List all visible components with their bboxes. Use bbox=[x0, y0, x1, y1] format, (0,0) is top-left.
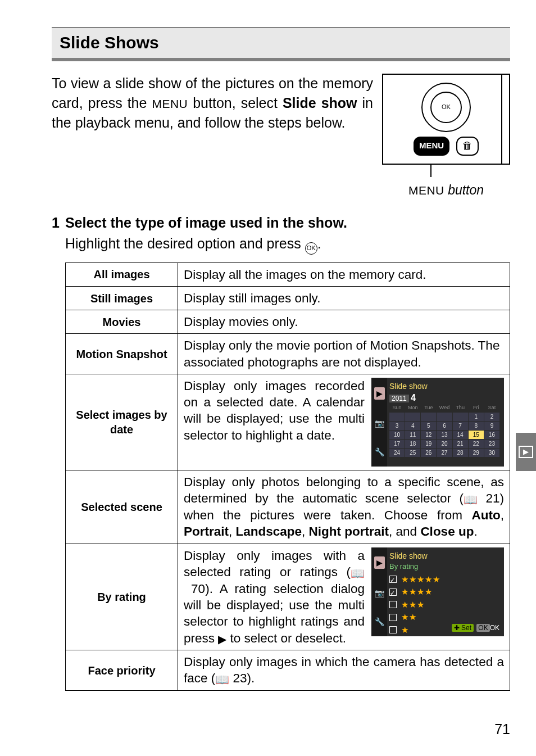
lcd-title: Slide show bbox=[389, 551, 499, 561]
by-date-text: Display only images recorded on a select… bbox=[184, 378, 365, 443]
step-body-1: Highlight the desired option and press bbox=[65, 236, 305, 251]
table-row: Motion Snapshot Display only the movie p… bbox=[66, 334, 510, 374]
step-title: Select the type of image used in the sho… bbox=[65, 214, 347, 233]
opt-desc: Display only images recorded on a select… bbox=[178, 374, 510, 470]
book-icon: 📖 bbox=[464, 492, 478, 507]
scene-pre: Display only photos belonging to a speci… bbox=[184, 475, 504, 505]
intro-text: To view a slide show of the pictures on … bbox=[52, 74, 373, 133]
face-pre: Display only images in which the camera … bbox=[184, 655, 504, 685]
scene-ref: 21 bbox=[485, 491, 499, 505]
lcd-title: Slide show bbox=[389, 381, 499, 391]
caption-word: button bbox=[444, 183, 484, 197]
play-tab-icon: ▶ bbox=[374, 556, 385, 569]
lcd-calendar: ▶ 📷 🔧 Slide show 2011 4 SunMonTueWedThuF… bbox=[371, 378, 504, 467]
lcd-year-month: 2011 4 bbox=[389, 392, 499, 404]
caption-glyph: MENU bbox=[408, 184, 444, 197]
by-rating-text: Display only images with a selected rati… bbox=[184, 547, 365, 646]
scene-opt: Auto bbox=[472, 508, 501, 522]
trash-button-icon: 🗑 bbox=[456, 137, 479, 156]
menu-glyph: MENU bbox=[152, 97, 188, 110]
table-row: Still images Display still images only. bbox=[66, 286, 510, 310]
playback-thumb-tab: ▶ bbox=[516, 433, 536, 471]
table-row-by-date: Select images by date Display only image… bbox=[66, 374, 510, 470]
options-table: All images Display all the images on the… bbox=[65, 262, 510, 691]
opt-desc: Display only images in which the camera … bbox=[178, 650, 510, 690]
intro-part2: button, select bbox=[188, 95, 283, 111]
step-1: 1 Select the type of image used in the s… bbox=[52, 214, 510, 691]
rating-post: to select or deselect. bbox=[226, 631, 346, 645]
camera-frame: OK MENU 🗑 bbox=[382, 74, 510, 165]
rating-pre: Display only images with a selected rati… bbox=[184, 549, 365, 579]
calendar-grid: SunMonTueWedThuFriSat1234567891011121314… bbox=[389, 404, 499, 457]
face-post: ). bbox=[247, 671, 255, 685]
play-icon: ▶ bbox=[519, 446, 533, 458]
opt-label: Selected scene bbox=[66, 470, 178, 544]
play-tab-icon: ▶ bbox=[374, 387, 385, 400]
scene-opt: Close up bbox=[420, 524, 474, 538]
scene-post: . bbox=[474, 524, 477, 538]
opt-label: By rating bbox=[66, 544, 178, 650]
ok-label: OK bbox=[442, 103, 451, 111]
multi-selector-icon: OK bbox=[421, 83, 471, 132]
opt-desc: Display only the movie portion of Motion… bbox=[178, 334, 510, 374]
opt-desc: Display still images only. bbox=[178, 286, 510, 310]
opt-desc: Display movies only. bbox=[178, 310, 510, 334]
opt-label: Movies bbox=[66, 310, 178, 334]
opt-label: Motion Snapshot bbox=[66, 334, 178, 374]
ok-label-inline: OK bbox=[307, 244, 316, 252]
table-row-selected-scene: Selected scene Display only photos belon… bbox=[66, 470, 510, 544]
scene-opt: Landscape bbox=[236, 524, 302, 538]
menu-button-icon: MENU bbox=[414, 137, 449, 156]
step-number: 1 bbox=[52, 214, 60, 233]
opt-label: All images bbox=[66, 262, 178, 286]
camera-figure: OK MENU 🗑 MENU button bbox=[382, 74, 510, 199]
lcd-subtitle: By rating bbox=[389, 562, 499, 572]
lcd-rating: ▶ 📷 🔧 Slide show By rating ★★★★★★★★★★★★★… bbox=[371, 547, 504, 636]
triangle-right-icon: ▶ bbox=[218, 633, 226, 645]
page-number: 71 bbox=[494, 720, 510, 739]
face-ref: 23 bbox=[233, 671, 247, 685]
ok-text: OK bbox=[490, 624, 499, 632]
rating-ref: 70 bbox=[191, 582, 205, 596]
scene-opt: Night portrait bbox=[309, 524, 389, 538]
table-row: All images Display all the images on the… bbox=[66, 262, 510, 286]
lcd-footer: ✚ Set OKOK bbox=[452, 624, 499, 633]
lcd-sidebar-icon: ▶ 📷 🔧 bbox=[371, 378, 387, 467]
scene-opt: Portrait bbox=[184, 524, 229, 538]
intro-row: To view a slide show of the pictures on … bbox=[52, 74, 510, 199]
opt-desc: Display all the images on the memory car… bbox=[178, 262, 510, 286]
lcd-sidebar-icon: ▶ 📷 🔧 bbox=[371, 547, 387, 636]
ok-badge: OK bbox=[476, 624, 489, 632]
wrench-tab-icon: 🔧 bbox=[375, 617, 384, 627]
table-row: Movies Display movies only. bbox=[66, 310, 510, 334]
ok-icon: OK bbox=[305, 242, 317, 255]
step-body-2: . bbox=[317, 236, 321, 251]
table-row-by-rating: By rating Display only images with a sel… bbox=[66, 544, 510, 650]
ok-button-icon: OK bbox=[430, 92, 462, 123]
opt-label: Face priority bbox=[66, 650, 178, 690]
camera-side-icon bbox=[501, 75, 509, 164]
opt-desc: Display only images with a selected rati… bbox=[178, 544, 510, 650]
opt-label: Still images bbox=[66, 286, 178, 310]
camera-caption: MENU button bbox=[382, 182, 510, 199]
book-icon: 📖 bbox=[215, 672, 229, 687]
intro-bold: Slide show bbox=[283, 95, 357, 111]
wrench-tab-icon: 🔧 bbox=[375, 447, 384, 457]
section-heading: Slide Shows bbox=[52, 27, 510, 61]
step-body: Highlight the desired option and press O… bbox=[65, 234, 510, 254]
table-row-face-priority: Face priority Display only images in whi… bbox=[66, 650, 510, 690]
set-badge: ✚ Set bbox=[452, 624, 474, 632]
opt-label: Select images by date bbox=[66, 374, 178, 470]
book-icon: 📖 bbox=[351, 566, 365, 581]
camera-tab-icon: 📷 bbox=[375, 418, 384, 428]
camera-tab-icon: 📷 bbox=[375, 588, 384, 598]
pointer-line-icon bbox=[430, 164, 431, 177]
opt-desc: Display only photos belonging to a speci… bbox=[178, 470, 510, 544]
